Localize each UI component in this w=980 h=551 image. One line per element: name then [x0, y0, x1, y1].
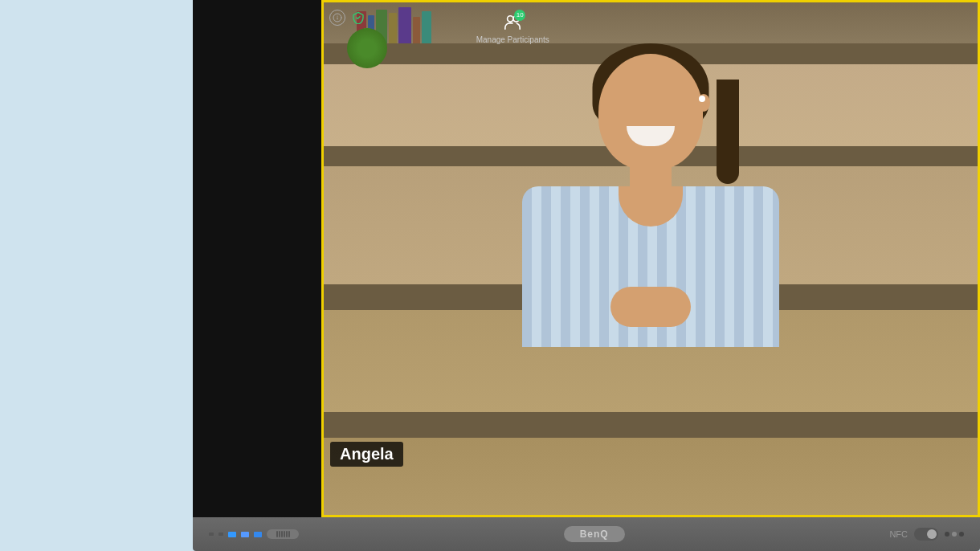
info-icons	[329, 10, 366, 26]
info-icon	[329, 10, 345, 26]
person-figure	[458, 2, 843, 515]
video-left-panel	[193, 0, 321, 517]
participants-badge: 10	[514, 10, 525, 21]
port-2	[218, 533, 223, 536]
participant-name-label: Angela	[330, 442, 403, 467]
power-toggle[interactable]	[914, 528, 938, 541]
monitor-screen: Angela Mute ▲	[193, 0, 980, 517]
participants-icon: 10	[503, 13, 522, 32]
shield-security-icon	[350, 10, 366, 26]
speaker-dot-5	[286, 531, 288, 537]
speaker-dot	[276, 531, 278, 537]
manage-participants-label: Manage Participants	[476, 35, 549, 44]
nfc-icon: NFC	[889, 529, 908, 539]
video-background: Angela	[324, 2, 978, 515]
svg-point-10	[508, 15, 513, 21]
dot-3	[959, 532, 964, 537]
bezel-ports	[209, 529, 299, 539]
bezel-right: NFC	[889, 528, 964, 541]
speaker-dot-6	[288, 531, 290, 537]
dot-2	[952, 532, 957, 537]
monitor-bezel: BenQ NFC	[193, 517, 980, 551]
speaker-dot-3	[281, 531, 283, 537]
port-1	[209, 533, 214, 536]
usb-port-blue-2	[241, 532, 249, 537]
usb-port-blue	[228, 532, 236, 537]
indicator-dots	[945, 532, 964, 537]
usb-port-blue-3	[254, 532, 262, 537]
speaker-dot-2	[279, 531, 280, 537]
dot-1	[945, 532, 949, 537]
main-video-feed: Angela	[321, 0, 980, 517]
manage-participants-button[interactable]: 10 Manage Participants	[468, 8, 557, 49]
brand-label: BenQ	[564, 526, 625, 542]
speaker-grille	[267, 529, 299, 539]
monitor: Angela Mute ▲	[193, 0, 980, 551]
speaker-dot-4	[284, 531, 285, 537]
